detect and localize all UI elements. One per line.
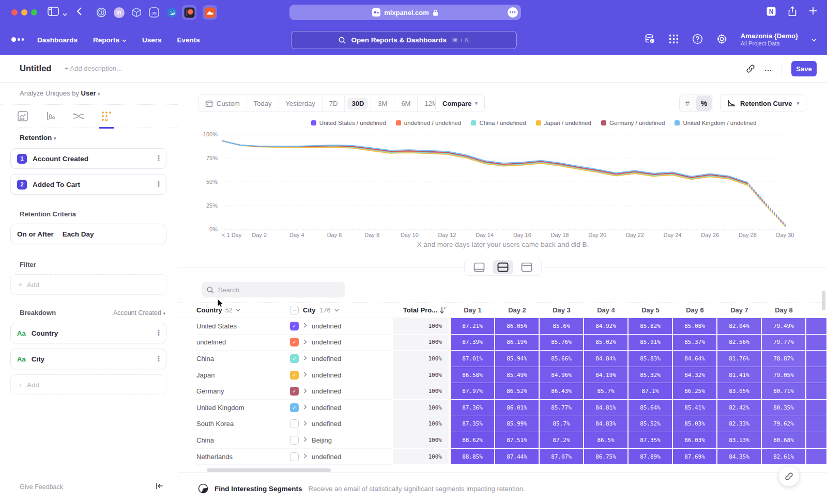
mixpanel-logo[interactable]	[11, 37, 24, 42]
compare-button[interactable]: Compare ▾	[435, 94, 485, 112]
kebab-menu-icon[interactable]: •••	[158, 330, 160, 336]
expand-chevron-icon[interactable]	[303, 323, 307, 329]
step-event-name[interactable]: Account Created	[33, 155, 88, 163]
expand-chevron-icon[interactable]	[303, 421, 307, 427]
nav-item-events[interactable]: Events	[177, 36, 200, 44]
kebab-menu-icon[interactable]: •••	[158, 181, 160, 187]
total-column-header[interactable]: Total Pro...	[393, 303, 449, 318]
range-3m[interactable]: 3M	[371, 94, 394, 112]
select-all-checkbox[interactable]: –	[290, 306, 299, 314]
nav-item-reports[interactable]: Reports	[93, 36, 127, 44]
expand-chevron-icon[interactable]	[303, 388, 307, 395]
expand-chevron-icon[interactable]	[303, 404, 307, 411]
criteria-condition[interactable]: On or After	[17, 230, 54, 238]
window-close-button[interactable]	[11, 9, 18, 15]
breakdown-property-name[interactable]: Country	[32, 329, 58, 337]
row-checkbox-checked[interactable]: ✓	[290, 354, 299, 363]
segments-title[interactable]: Find Interesting Segments	[215, 485, 302, 493]
expand-chevron-icon[interactable]	[303, 453, 307, 460]
retention-step-1[interactable]: 1 Account Created •••	[10, 148, 166, 169]
back-icon[interactable]	[76, 7, 82, 18]
range-today[interactable]: Today	[247, 94, 279, 112]
more-actions-icon[interactable]: ...	[764, 65, 772, 73]
share-link-fab[interactable]	[779, 466, 799, 486]
breakdown-event-dropdown[interactable]: Account Created ▾	[113, 309, 165, 317]
legend-item[interactable]: Germany / undefined	[601, 120, 665, 126]
kebab-menu-icon[interactable]: •••	[158, 155, 160, 162]
expand-chevron-icon[interactable]	[303, 339, 307, 345]
share-icon[interactable]	[788, 6, 797, 19]
global-search[interactable]: Open Reports & Dashboards ⌘ + K	[291, 31, 517, 49]
tab-funnels[interactable]	[42, 107, 59, 125]
analyze-uniques-row[interactable]: Analyze Uniques by User ▾	[20, 89, 100, 97]
table-search-input[interactable]	[218, 286, 340, 294]
pinned-tab-patreon-icon[interactable]	[182, 5, 196, 20]
project-switcher[interactable]: Amazonia {Demo} All Project Data	[741, 32, 798, 48]
nav-item-dashboards[interactable]: Dashboards	[37, 36, 78, 44]
range-yesterday[interactable]: Yesterday	[279, 94, 323, 112]
tab-insights[interactable]	[14, 107, 31, 125]
retention-step-2[interactable]: 2 Added To Cart •••	[10, 174, 166, 195]
help-icon[interactable]	[692, 34, 703, 46]
expand-chevron-icon[interactable]	[303, 372, 307, 378]
pinned-tab-cube-icon[interactable]	[129, 5, 144, 20]
chrome-chevron-down-icon[interactable]	[63, 9, 67, 19]
add-filter-button[interactable]: + Add	[10, 274, 166, 295]
range-custom[interactable]: Custom	[198, 94, 247, 112]
criteria-value[interactable]: Each Day	[63, 230, 94, 238]
collapse-sidebar-icon[interactable]	[156, 482, 163, 492]
expand-chevron-icon[interactable]	[303, 437, 307, 443]
add-description-button[interactable]: + Add description...	[65, 65, 122, 72]
legend-item[interactable]: Japan / undefined	[536, 120, 591, 126]
url-bar[interactable]: mixpanel.com •••	[289, 5, 521, 20]
retention-criteria-card[interactable]: On or After Each Day	[10, 224, 166, 244]
legend-item[interactable]: United Kingdom / undefined	[675, 120, 756, 126]
project-chevron-down-icon[interactable]	[811, 38, 817, 42]
apps-grid-icon[interactable]	[669, 34, 679, 46]
row-checkbox-checked[interactable]: ✓	[290, 403, 299, 412]
breakdown-city[interactable]: Aa City •••	[10, 349, 166, 369]
breakdown-country[interactable]: Aa Country •••	[10, 323, 166, 343]
pinned-tab-onepassword-icon[interactable]	[94, 5, 109, 20]
percent-toggle[interactable]: %	[696, 96, 712, 111]
kebab-menu-icon[interactable]: •••	[158, 356, 160, 362]
notion-extension-icon[interactable]: N	[766, 6, 776, 19]
pinned-tab-profile-icon[interactable]: m	[112, 5, 126, 20]
range-30d[interactable]: 30D	[345, 94, 371, 112]
pinned-tab-soundcloud-icon[interactable]	[203, 5, 217, 20]
city-column-header[interactable]: – City 176	[290, 303, 339, 318]
legend-item[interactable]: undefined / undefined	[396, 120, 462, 126]
pinned-tab-swift-icon[interactable]	[164, 5, 179, 20]
expand-chevron-icon[interactable]	[303, 355, 307, 361]
range-6m[interactable]: 6M	[394, 94, 418, 112]
split-view-icon[interactable]	[493, 260, 513, 274]
legend-item[interactable]: United States / undefined	[311, 120, 386, 126]
horizontal-scrollbar[interactable]	[207, 468, 331, 472]
row-checkbox-checked[interactable]: ✓	[290, 371, 299, 380]
give-feedback-link[interactable]: Give Feedback	[20, 483, 63, 491]
table-only-view-icon[interactable]	[516, 260, 537, 274]
table-search[interactable]	[202, 282, 345, 297]
report-title[interactable]: Untitled	[20, 64, 51, 73]
row-checkbox[interactable]	[290, 452, 299, 461]
window-minimize-button[interactable]	[21, 9, 27, 15]
retention-section-header[interactable]: Retention ▾	[20, 134, 56, 141]
row-checkbox-checked[interactable]: ✓	[290, 322, 299, 330]
vertical-scrollbar[interactable]	[822, 291, 825, 310]
range-7d[interactable]: 7D	[323, 94, 345, 112]
sidebar-toggle-icon[interactable]	[48, 6, 59, 19]
absolute-numbers-toggle[interactable]: #	[680, 94, 695, 112]
breakdown-property-name[interactable]: City	[32, 355, 45, 363]
analyze-value-dropdown[interactable]: User	[81, 89, 96, 97]
row-checkbox[interactable]	[290, 419, 299, 428]
add-breakdown-button[interactable]: + Add	[10, 374, 166, 395]
window-zoom-button[interactable]	[31, 9, 37, 15]
settings-gear-icon[interactable]	[716, 34, 727, 46]
tab-flows[interactable]	[70, 107, 87, 125]
nav-item-users[interactable]: Users	[142, 36, 162, 44]
row-checkbox-checked[interactable]: ✓	[290, 338, 299, 346]
chart-type-dropdown[interactable]: Retention Curve ▾	[720, 94, 806, 112]
chart-only-view-icon[interactable]	[469, 260, 489, 274]
copy-link-icon[interactable]	[746, 64, 755, 73]
new-tab-icon[interactable]	[808, 6, 818, 19]
